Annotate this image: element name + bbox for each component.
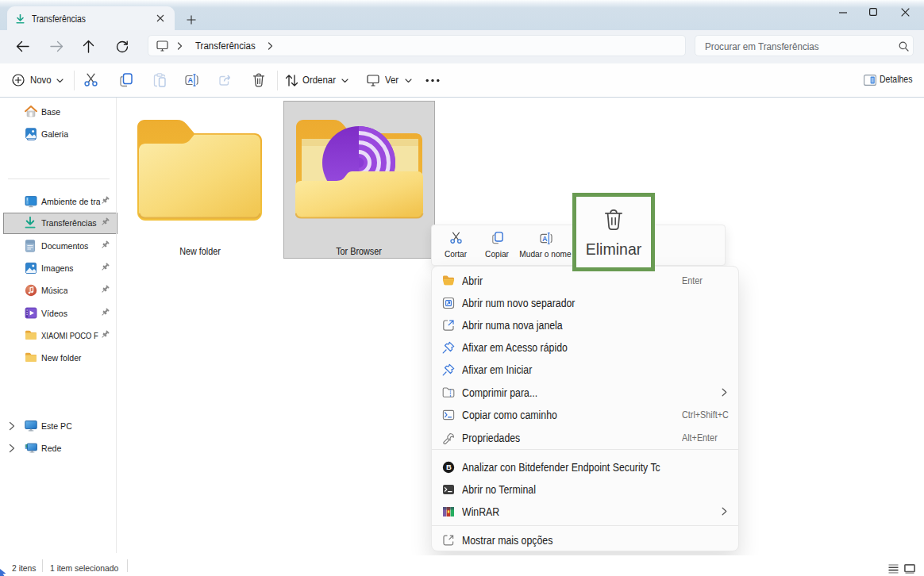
- svg-text:A: A: [542, 235, 547, 243]
- svg-text:A: A: [187, 76, 193, 84]
- svg-text:B: B: [446, 463, 452, 471]
